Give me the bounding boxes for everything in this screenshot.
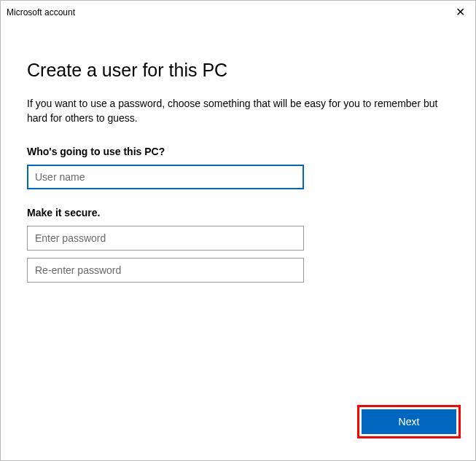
username-input[interactable] xyxy=(27,165,304,189)
footer: Next xyxy=(357,405,461,438)
window-title: Microsoft account xyxy=(7,7,75,17)
password-input[interactable] xyxy=(27,226,304,251)
password-confirm-input[interactable] xyxy=(27,258,304,283)
dialog-content: Create a user for this PC If you want to… xyxy=(1,23,475,283)
page-title: Create a user for this PC xyxy=(27,60,449,81)
password-label: Make it secure. xyxy=(27,207,449,218)
close-icon[interactable]: ✕ xyxy=(453,5,468,19)
page-subtitle: If you want to use a password, choose so… xyxy=(27,97,449,125)
titlebar: Microsoft account ✕ xyxy=(1,1,475,23)
username-label: Who's going to use this PC? xyxy=(27,146,449,157)
next-button-highlight: Next xyxy=(357,405,461,438)
next-button[interactable]: Next xyxy=(362,409,456,434)
username-group: Who's going to use this PC? xyxy=(27,146,449,189)
password-group: Make it secure. xyxy=(27,207,449,283)
